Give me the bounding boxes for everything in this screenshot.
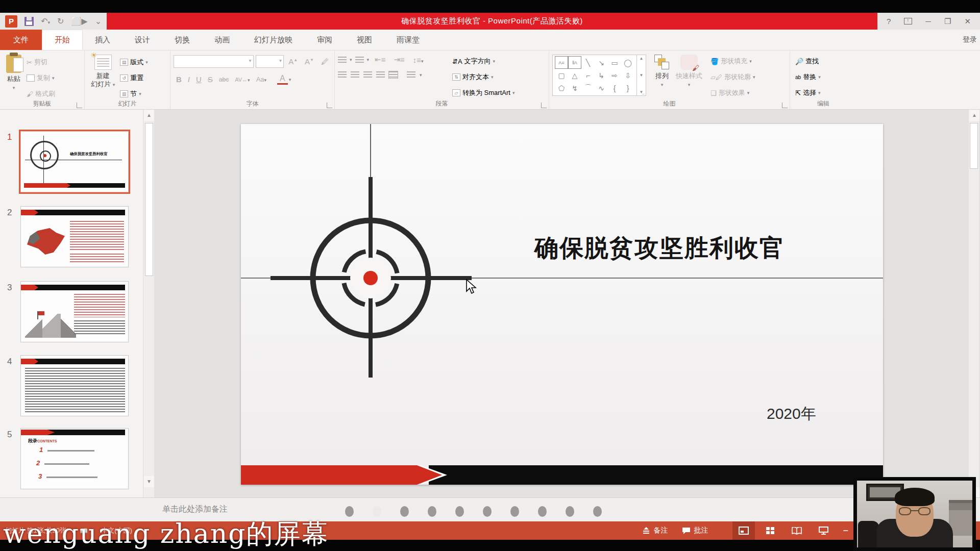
notes-toggle-button[interactable]: 备注 [637,521,673,540]
rectangle-shape-icon[interactable]: ▭ [608,56,621,69]
thumbnail-slide-1[interactable]: 确保脱贫攻坚胜利收官 [20,131,129,192]
tab-transitions[interactable]: 切换 [162,30,202,50]
line-shape-icon[interactable]: ╲ [581,56,595,69]
customize-qat-icon[interactable]: ⌄ [95,17,102,26]
shape-fill-button[interactable]: 🪣形状填充▾ [708,55,757,68]
gallery-up-icon[interactable]: ▲ [640,56,644,61]
text-direction-button[interactable]: ⇵A文字方向▾ [450,55,517,68]
thumbnail-slide-3[interactable] [20,281,129,342]
triangle-shape-icon[interactable]: △ [568,69,581,82]
paragraph-dialog-launcher[interactable] [541,103,547,108]
tab-design[interactable]: 设计 [122,30,162,50]
justify-icon[interactable] [376,71,385,78]
tab-view[interactable]: 视图 [345,30,384,50]
distributed-icon[interactable] [389,71,398,78]
notes-placeholder[interactable]: 单击此处添加备注 [162,504,228,515]
shape-effects-button[interactable]: ❑形状效果▾ [708,86,757,99]
thumbnail-slide-4[interactable] [20,355,129,416]
italic-button[interactable]: I [185,75,192,84]
paste-button[interactable]: 粘贴 ▾ [3,54,24,101]
tab-animations[interactable]: 动画 [202,30,242,50]
align-center-icon[interactable] [351,71,359,78]
character-spacing-button[interactable]: AV↔▾ [232,77,252,83]
clear-formatting-icon[interactable]: 🖉 [318,57,331,66]
align-text-button[interactable]: ⇅对齐文本▾ [450,70,517,84]
powerpoint-icon[interactable]: P [5,15,17,28]
shape-gallery[interactable]: A≡ ‖A ╲ ↘ ▭ ◯ ▢ △ ⌐ ↳ ⇨ ⇩ ⬠ ↯ ⌒ [552,55,637,96]
right-brace-shape-icon[interactable]: } [621,82,634,94]
minimize-button[interactable]: ─ [925,17,931,26]
arrange-button[interactable]: 排列 ▾ [651,54,673,88]
close-button[interactable]: ✕ [964,17,971,26]
elbow-arrow-connector-icon[interactable]: ↳ [595,69,608,82]
tab-slideshow[interactable]: 幻灯片放映 [242,30,305,50]
slide-canvas[interactable]: 确保脱贫攻坚胜利收官 2020年 [241,124,883,485]
save-icon[interactable] [24,17,34,26]
clipboard-dialog-launcher[interactable] [77,103,82,108]
numbering-icon[interactable] [355,57,364,63]
slideshow-view-button[interactable] [812,521,835,540]
find-button[interactable]: 🔎查找 [793,55,853,68]
line-spacing-icon[interactable]: ↕≡▾ [410,56,426,64]
left-brace-shape-icon[interactable]: { [608,82,621,94]
shape-gallery-scroll[interactable]: ▲ ▼ ▼̲ [637,55,646,96]
textbox-shape-icon[interactable]: A≡ [555,56,568,69]
oval-shape-icon[interactable]: ◯ [621,56,634,69]
font-color-button[interactable]: A [277,74,288,85]
tab-file[interactable]: 文件 [0,30,42,50]
thumbnail-scrollbar[interactable]: ▲ ▼ [143,110,154,497]
tab-home[interactable]: 开始 [42,30,83,50]
bold-button[interactable]: B [174,75,184,84]
help-button[interactable]: ? [887,17,891,26]
rounded-rectangle-shape-icon[interactable]: ▢ [555,69,568,82]
tab-rain-classroom[interactable]: 雨课堂 [384,30,432,50]
gallery-down-icon[interactable]: ▼ [640,73,644,78]
main-scrollbar-thumb[interactable] [970,123,978,169]
abc-button[interactable]: abc [216,76,231,83]
redo-icon[interactable]: ↻ [57,17,64,26]
elbow-connector-icon[interactable]: ⌐ [581,69,595,82]
replace-button[interactable]: ab替换▾ [793,70,853,84]
thumbnail-slide-2[interactable] [20,206,129,267]
tab-insert[interactable]: 插入 [83,30,122,50]
slide-sorter-view-button[interactable] [759,521,781,540]
comments-toggle-button[interactable]: 批注 [677,521,713,540]
align-right-icon[interactable] [363,71,372,78]
font-color-dropdown-icon[interactable]: ▾ [289,77,291,82]
change-case-button[interactable]: Aa▾ [254,76,269,83]
bullets-icon[interactable] [338,57,347,63]
select-button[interactable]: ⇱选择▾ [793,86,853,99]
strikethrough-button[interactable]: S [205,75,215,84]
font-size-combobox[interactable] [256,55,284,68]
reset-button[interactable]: ↺重置 [118,71,150,85]
underline-button[interactable]: U [193,75,204,84]
increase-font-icon[interactable]: A▲ [286,57,300,66]
down-arrow-shape-icon[interactable]: ⇩ [621,69,634,82]
curve-shape-icon[interactable]: ∿ [595,82,608,94]
arrow-shape-icon[interactable]: ↘ [595,56,608,69]
scribble-shape-icon[interactable]: ↯ [568,82,581,94]
decrease-indent-icon[interactable]: ⇤≡ [372,55,388,64]
arc-shape-icon[interactable]: ⌒ [581,82,595,94]
quick-styles-button[interactable]: 快速样式 ▾ [673,54,705,88]
freeform-shape-icon[interactable]: ⬠ [555,82,568,94]
zoom-out-button[interactable]: − [839,525,852,536]
cut-button[interactable]: ✂剪切 [24,56,57,69]
shape-outline-button[interactable]: ▱🖊形状轮廓▾ [708,70,757,84]
tab-review[interactable]: 审阅 [305,30,345,50]
ribbon-display-options-icon[interactable] [904,18,912,24]
right-arrow-shape-icon[interactable]: ⇨ [608,69,621,82]
sign-in-link[interactable]: 登录 [960,30,980,50]
font-dialog-launcher[interactable] [327,103,332,108]
thumb-scroll-down-icon[interactable]: ▼ [144,476,154,487]
main-scroll-up-icon[interactable]: ▲ [969,110,979,121]
undo-icon[interactable]: ↶▾ [41,17,50,26]
copy-button[interactable]: 复制▾ [24,71,57,85]
columns-icon[interactable] [407,71,415,78]
thumb-scroll-up-icon[interactable]: ▲ [144,110,154,121]
drawing-dialog-launcher[interactable] [782,103,788,108]
main-scrollbar[interactable]: ▲ ▼ [969,110,979,498]
normal-view-button[interactable] [732,521,755,540]
vertical-textbox-shape-icon[interactable]: ‖A [568,56,581,69]
thumb-scrollbar-thumb[interactable] [145,123,153,276]
